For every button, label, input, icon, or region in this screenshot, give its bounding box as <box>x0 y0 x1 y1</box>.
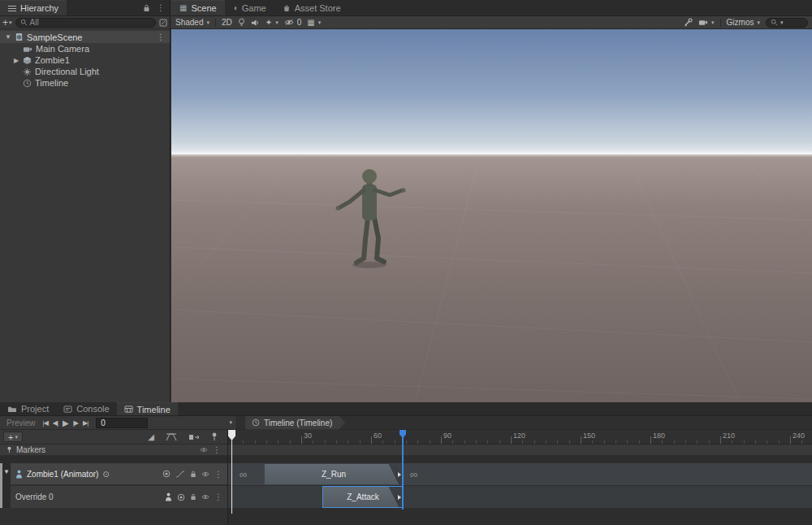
item-label: Zombie1 <box>35 55 70 65</box>
camera-icon <box>23 46 32 53</box>
infinity-icon: ∞ <box>240 463 247 485</box>
tab-scene[interactable]: ▦ Scene <box>171 0 225 15</box>
track-label: Zombie1 (Animator) <box>27 470 98 479</box>
edit-mode-mix-icon[interactable] <box>166 433 177 441</box>
gizmos-dropdown[interactable]: Gizmos ▾ <box>727 18 760 27</box>
track-options-icon[interactable]: ⋮ <box>214 492 222 501</box>
tab-scene-label: Scene <box>191 3 216 13</box>
customize-tools-icon[interactable] <box>684 18 693 27</box>
clip-z-run[interactable]: Z_Run <box>264 463 404 485</box>
divider <box>720 19 721 27</box>
divider <box>215 19 216 27</box>
eye-icon[interactable] <box>200 447 208 453</box>
chevron-down-icon: ▾ <box>206 20 209 26</box>
chevron-down-icon: ▾ <box>275 20 279 26</box>
hierarchy-item-samplescene[interactable]: ▼ SampleScene ⋮ <box>0 31 170 43</box>
lock-icon[interactable] <box>190 493 197 501</box>
asset-store-icon <box>283 4 291 12</box>
tab-game-label: Game <box>242 3 266 13</box>
search-icon <box>20 19 28 26</box>
hierarchy-item-zombie1[interactable]: ▶ Zombie1 <box>0 54 170 66</box>
markers-lane[interactable] <box>228 445 812 456</box>
next-frame-button[interactable]: |▶ <box>73 419 78 427</box>
timeline-ruler[interactable]: 30 60 90 120 150 180 210 240 <box>228 430 812 445</box>
tab-console[interactable]: Console <box>56 402 116 415</box>
tab-console-label: Console <box>76 404 109 414</box>
hierarchy-panel: Hierarchy ⋮ + ▾ All <box>0 0 171 402</box>
timeline-clip-area[interactable]: 30 60 90 120 150 180 210 240 ∞ ∞ Z_Run <box>228 430 812 525</box>
foldout-closed-icon[interactable]: ▶ <box>13 57 19 64</box>
avatar-mask-icon[interactable] <box>165 492 172 501</box>
scene-grid-toggle[interactable]: ▦ ▾ <box>307 18 321 27</box>
camera-icon <box>698 19 708 26</box>
clip-handle-icon[interactable] <box>398 472 401 477</box>
toggle-2d-button[interactable]: 2D <box>222 18 232 27</box>
scene-options-icon[interactable]: ⋮ <box>157 33 170 41</box>
track-options-icon[interactable]: ⋮ <box>214 470 222 479</box>
hierarchy-item-directional-light[interactable]: Directional Light <box>0 66 170 77</box>
tab-timeline[interactable]: Timeline <box>117 402 178 415</box>
zombie-character[interactable] <box>329 158 410 271</box>
hierarchy-search-input[interactable]: All <box>15 18 156 28</box>
scene-picking-icon[interactable] <box>159 19 167 27</box>
curves-view-toggle-icon[interactable]: ◢ <box>148 432 154 441</box>
hierarchy-item-main-camera[interactable]: Main Camera <box>0 43 170 54</box>
add-track-button[interactable]: + ▾ <box>3 432 23 442</box>
track-options-icon[interactable]: ⋮ <box>213 445 221 454</box>
ruler-label: 90 <box>443 432 451 440</box>
chevron-down-icon: ▾ <box>757 20 760 26</box>
scene-camera-dropdown[interactable]: ▾ <box>698 19 715 26</box>
tab-game[interactable]: ◖ Game <box>225 0 274 15</box>
scene-audio-icon[interactable] <box>251 19 260 27</box>
eye-icon[interactable] <box>201 494 209 500</box>
scene-viewport[interactable] <box>171 29 812 402</box>
bottom-panel: Project Console Timeline Preview |◀ ◀| ▶ <box>0 402 812 525</box>
scene-grid-icon: ▦ <box>179 4 187 12</box>
lock-icon[interactable] <box>143 4 150 12</box>
scene-visibility-toggle[interactable]: 0 <box>284 18 302 27</box>
edit-mode-replace-icon[interactable] <box>211 432 218 441</box>
override-track-header[interactable]: Override 0 ⋮ <box>11 486 227 508</box>
add-object-button[interactable]: + ▾ <box>2 17 12 28</box>
scene-grid-lines <box>171 29 812 402</box>
tab-asset-store[interactable]: Asset Store <box>274 0 349 15</box>
bottom-tabbar: Project Console Timeline <box>0 402 812 416</box>
record-button[interactable] <box>177 493 185 501</box>
scene-search-input[interactable]: ▾ <box>766 18 808 28</box>
scene-lighting-icon[interactable] <box>238 18 245 27</box>
ruler-label: 210 <box>723 432 735 440</box>
edit-mode-ripple-icon[interactable] <box>188 433 200 441</box>
timeline-options-dropdown-icon[interactable]: ▾ <box>229 419 232 426</box>
markers-track-header[interactable]: Markers ⋮ <box>0 445 227 456</box>
foldout-open-icon[interactable]: ▼ <box>5 33 11 41</box>
hierarchy-item-timeline[interactable]: Timeline <box>0 77 170 89</box>
record-button[interactable] <box>162 470 171 478</box>
animator-track-header[interactable]: Zombie1 (Animator) ⊙ <box>11 463 227 485</box>
curves-icon[interactable] <box>175 471 185 478</box>
breadcrumb[interactable]: Timeline (Timeline) <box>245 416 345 430</box>
shading-mode-dropdown[interactable]: Shaded ▾ <box>175 18 209 27</box>
timeline-transport-row: Preview |◀ ◀| ▶ |▶ ▶| 0 ▾ Timeline (Time… <box>0 416 812 430</box>
clip-z-attack[interactable]: Z_Attack <box>322 486 404 508</box>
tab-project[interactable]: Project <box>0 402 56 415</box>
previous-frame-button[interactable]: ◀| <box>53 419 58 427</box>
play-button[interactable]: ▶ <box>63 419 68 427</box>
clip-handle-icon[interactable] <box>398 495 401 500</box>
object-picker-icon[interactable]: ⊙ <box>102 470 109 479</box>
goto-end-button[interactable]: ▶| <box>83 419 88 427</box>
panel-menu-icon[interactable]: ⋮ <box>157 3 165 12</box>
frame-number-field[interactable]: 0 <box>96 418 148 428</box>
chevron-down-icon: ▾ <box>15 434 18 440</box>
goto-start-button[interactable]: |◀ <box>43 419 48 427</box>
item-label: Main Camera <box>36 44 89 54</box>
lock-icon[interactable] <box>190 471 197 478</box>
preview-toggle-button[interactable]: Preview <box>4 419 38 427</box>
track-group-foldout-icon[interactable]: ▼ <box>3 468 10 475</box>
track-label: Override 0 <box>15 492 54 501</box>
timeline-toolbar-icons: ◢ <box>148 432 224 441</box>
transport-controls: Preview |◀ ◀| ▶ |▶ ▶| 0 ▾ <box>0 416 237 429</box>
override-track-lane[interactable] <box>228 486 812 508</box>
eye-icon[interactable] <box>201 471 209 477</box>
scene-effects-dropdown[interactable]: ✦ ▾ <box>266 18 279 27</box>
tab-hierarchy[interactable]: Hierarchy <box>0 0 67 15</box>
